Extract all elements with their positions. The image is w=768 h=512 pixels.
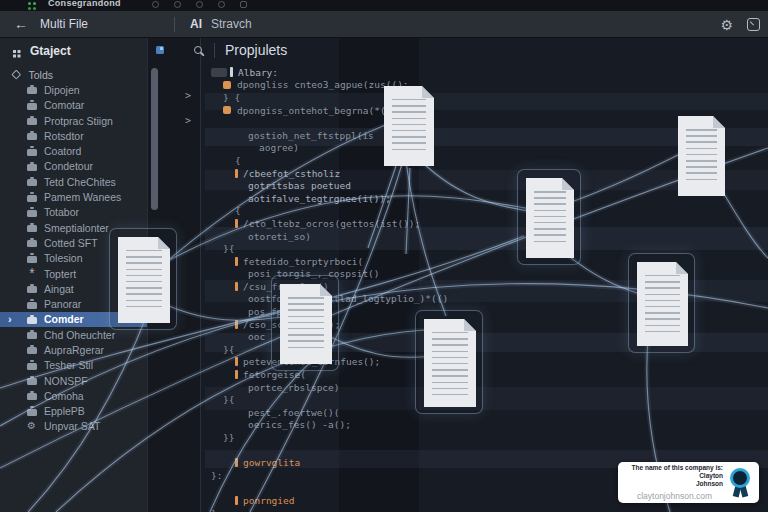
sidebar-header[interactable]: Gtaject [0, 38, 147, 64]
panel-toggle-icon[interactable] [747, 18, 760, 31]
toolbar-divider [174, 17, 175, 32]
stravch-button[interactable]: Stravch [211, 17, 252, 31]
refresh-icon[interactable] [218, 1, 225, 8]
document-page-icon [526, 178, 574, 258]
folded-corner [713, 116, 725, 128]
code-text: }{ [223, 243, 234, 254]
sidebar-item-label: Tolds [29, 69, 54, 81]
code-text: aotifalve_tegtrgnee(i()); [248, 193, 391, 204]
code-line[interactable]: portce_rbslspce) [201, 381, 768, 394]
document-node[interactable] [415, 310, 483, 414]
sidebar-item-totabor[interactable]: Totabor [0, 205, 147, 220]
sidebar-item-label: Pamem Wanees [44, 191, 121, 203]
code-line[interactable]: dpongiss_ontehot_begrna(*() [201, 104, 768, 117]
collapsed-region-chip[interactable] [211, 68, 227, 77]
document-page-icon [280, 284, 332, 364]
ai-button[interactable]: AI [190, 17, 202, 31]
briefcase-icon [27, 164, 37, 171]
globe-icon[interactable] [196, 1, 203, 8]
window-dots-icon [28, 2, 31, 5]
sidebar-item-tetd-chechites[interactable]: Tetd CheChites [0, 174, 147, 189]
clock-icon[interactable] [152, 1, 159, 8]
briefcase-icon [27, 103, 37, 110]
code-line[interactable] [201, 444, 768, 457]
editor-header: Propjulets [201, 38, 768, 62]
sidebar-item-label: Panorar [44, 298, 81, 310]
code-line[interactable]: Albary: [201, 66, 768, 79]
code-line[interactable]: } { [201, 91, 768, 104]
document-text-lines [534, 191, 566, 247]
code-line[interactable]: } [201, 507, 768, 512]
document-node[interactable] [517, 169, 581, 265]
code-line[interactable]: oerics_fes() -a(); [201, 419, 768, 432]
briefcase-icon [27, 317, 37, 324]
orange-marker-icon [223, 81, 231, 89]
sidebar-item-tesher-stil[interactable]: Tesher Stil [0, 358, 147, 373]
document-page-icon [118, 237, 170, 323]
sidebar-item-condetour[interactable]: Condetour [0, 159, 147, 174]
fold-chevron-icon[interactable]: > [185, 90, 191, 101]
document-page-icon [424, 319, 476, 407]
sidebar-item-comotar[interactable]: Comotar [0, 98, 147, 113]
sidebar-item-pamem-wanees[interactable]: Pamem Wanees [0, 189, 147, 204]
orange-pipe-icon [235, 370, 238, 379]
orange-pipe-icon [235, 169, 238, 178]
code-text: /cto_ltebz_ocros(gettos(ist()); [243, 218, 420, 229]
document-node[interactable] [271, 275, 339, 371]
code-text: Albary: [238, 67, 278, 78]
orange-pipe-icon [235, 257, 238, 266]
sidebar-item-nonspf[interactable]: NONSPF [0, 373, 147, 388]
multi-file-button[interactable]: Multi File [40, 17, 88, 31]
file-mini-icon[interactable] [156, 46, 164, 54]
flag-icon[interactable] [240, 1, 247, 8]
code-line[interactable]: /cto_ltebz_ocros(gettos(ist()); [201, 217, 768, 230]
briefcase-icon [27, 286, 37, 293]
sidebar-item-label: AupraRgerar [44, 344, 104, 356]
orange-pipe-icon [235, 496, 238, 505]
code-line[interactable]: otoreti_so) [201, 230, 768, 243]
code-line[interactable]: { [201, 205, 768, 218]
header-divider [214, 43, 215, 58]
sidebar-item-auprargerar[interactable]: AupraRgerar [0, 342, 147, 357]
document-page-icon [384, 86, 434, 166]
gear-icon[interactable]: ⚙ [720, 18, 733, 32]
code-text: ooc [248, 331, 265, 342]
orange-pipe-icon [235, 320, 238, 329]
sidebar-item-epplepb[interactable]: EpplePB [0, 404, 147, 419]
sidebar-item-label: NONSPF [44, 375, 88, 387]
sidebar-item-coatord[interactable]: Coatord [0, 143, 147, 158]
search-icon[interactable] [194, 46, 202, 54]
briefcase-icon [27, 393, 37, 400]
sidebar-item-unpvar-sat[interactable]: ⚙Unpvar SAT [0, 419, 147, 434]
sidebar-item-dipojen[interactable]: Dipojen [0, 82, 147, 97]
code-text: aogree) [259, 142, 299, 153]
document-node[interactable] [678, 116, 725, 196]
code-line[interactable]: pest_.foertwe()( [201, 406, 768, 419]
sidebar-item-protprac-stiign[interactable]: Protprac Stiign [0, 113, 147, 128]
code-line[interactable]: }} [201, 431, 768, 444]
code-line[interactable]: dpongliss cnteo3_agpue(zus((): [201, 79, 768, 92]
code-text: gostioh_net_ftstppl(is [248, 130, 374, 141]
document-node[interactable] [384, 86, 434, 166]
sidebar-item-comoha[interactable]: Comoha [0, 388, 147, 403]
document-node[interactable] [628, 253, 695, 353]
badge-title-line1: The name of this company is: Clayton [632, 464, 723, 479]
sidebar-item-tolds[interactable]: Tolds [0, 67, 147, 82]
sidebar-item-label: Comoha [44, 390, 84, 402]
share-icon[interactable] [174, 1, 181, 8]
briefcase-icon [27, 409, 37, 416]
code-line[interactable]: }{ [201, 393, 768, 406]
sidebar-item-label: Protprac Stiign [44, 115, 113, 127]
sidebar-item-label: Cotted SFT [44, 237, 98, 249]
sidebar-item-label: Chd Oheuchter [44, 329, 115, 341]
briefcase-icon [27, 133, 37, 140]
sidebar-item-label: EpplePB [44, 405, 85, 417]
fold-chevron-icon[interactable]: > [185, 115, 191, 126]
sidebar-item-rotsdtor[interactable]: Rotsdtor [0, 128, 147, 143]
scrollbar[interactable] [151, 68, 158, 210]
back-arrow-icon[interactable]: ← [14, 16, 28, 32]
briefcase-icon [27, 87, 37, 94]
badge-domain: claytonjohnson.com [626, 491, 723, 501]
document-node[interactable] [109, 228, 177, 330]
orange-marker-icon [223, 106, 231, 114]
